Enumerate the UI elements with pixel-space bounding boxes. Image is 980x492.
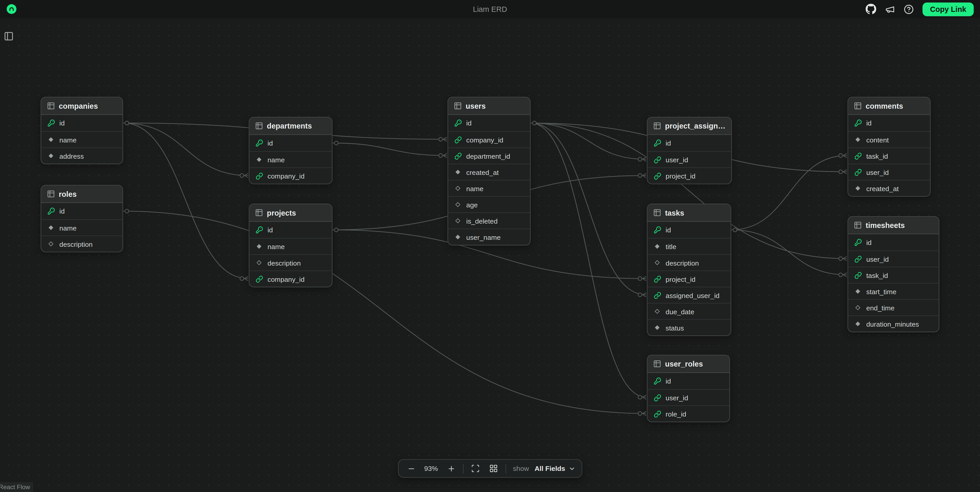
table-row-task_id[interactable]: task_id [848,148,930,163]
table-node-departments[interactable]: departmentsidnamecompany_id [249,117,332,184]
table-row-department_id[interactable]: department_id [448,148,530,163]
github-button[interactable] [865,4,876,14]
table-node-timesheets[interactable]: timesheetsiduser_idtask_idstart_timeend_… [848,216,939,332]
table-row-description[interactable]: description [249,254,332,270]
table-node-tasks[interactable]: tasksidtitledescriptionproject_idassigne… [647,203,731,336]
table-header[interactable]: timesheets [848,217,939,234]
column-name: name [59,136,76,143]
table-node-users[interactable]: usersidcompany_iddepartment_idcreated_at… [447,97,530,246]
table-node-companies[interactable]: companiesidnameaddress [41,97,123,164]
table-row-start_time[interactable]: start_time [848,283,939,299]
table-row-end_time[interactable]: end_time [848,299,939,315]
table-row-project_id[interactable]: project_id [648,270,730,287]
table-row-content[interactable]: content [848,131,930,148]
column-name: name [59,224,76,231]
toolbar-divider [506,463,506,473]
table-row-title[interactable]: title [648,238,730,254]
table-row-company_id[interactable]: company_id [448,131,530,148]
column-name: title [665,243,676,250]
zoom-in-button[interactable] [445,462,457,475]
table-header[interactable]: tasks [648,204,730,222]
table-header[interactable]: projects [249,204,332,222]
table-row-assigned_user_id[interactable]: assigned_user_id [648,287,730,303]
table-row-user_id[interactable]: user_id [648,389,729,405]
table-row-user_id[interactable]: user_id [848,163,930,180]
not-null-diamond-icon [854,137,862,143]
table-row-id[interactable]: id [41,115,123,131]
table-node-project_assignments[interactable]: project_assignmentsiduser_idproject_id [647,117,732,184]
column-name: role_id [665,410,686,417]
table-node-comments[interactable]: commentsidcontenttask_iduser_idcreated_a… [848,97,931,197]
sidebar-toggle-button[interactable] [4,31,14,41]
fit-view-button[interactable] [469,462,482,475]
table-row-duration_minutes[interactable]: duration_minutes [848,315,939,332]
table-row-name[interactable]: name [249,151,332,167]
table-row-status[interactable]: status [648,319,730,335]
column-name: duration_minutes [866,320,919,328]
table-row-description[interactable]: description [41,235,123,252]
table-row-description[interactable]: description [648,254,730,270]
zoom-out-button[interactable] [405,462,417,475]
table-row-id[interactable]: id [249,135,332,151]
table-row-id[interactable]: id [448,115,530,131]
primary-key-icon [453,119,462,127]
table-icon [854,221,862,229]
table-row-user_name[interactable]: user_name [448,229,530,245]
nullable-diamond-icon [453,186,462,191]
primary-key-icon [47,207,55,215]
table-header[interactable]: departments [249,117,332,135]
table-row-name[interactable]: name [249,238,332,254]
column-name: company_id [466,136,503,143]
table-row-due_date[interactable]: due_date [648,303,730,319]
table-row-name[interactable]: name [41,219,123,235]
table-header[interactable]: comments [848,97,930,115]
table-header[interactable]: user_roles [648,356,729,373]
table-node-user_roles[interactable]: user_rolesiduser_idrole_id [647,355,730,422]
table-row-id[interactable]: id [648,135,731,151]
table-row-user_id[interactable]: user_id [648,151,731,167]
table-row-address[interactable]: address [41,148,123,163]
table-row-id[interactable]: id [648,373,729,389]
table-row-name[interactable]: name [448,180,530,196]
column-name: department_id [466,152,511,159]
table-header[interactable]: companies [41,97,123,115]
table-row-role_id[interactable]: role_id [648,405,729,422]
table-icon [854,102,862,110]
table-icon [453,102,462,110]
table-name: departments [267,122,312,130]
primary-key-icon [47,119,55,127]
table-node-roles[interactable]: rolesidnamedescription [41,185,123,252]
tidy-up-button[interactable] [487,462,500,475]
toolbar-divider [463,463,463,473]
table-row-id[interactable]: id [848,115,930,131]
not-null-diamond-icon [653,244,662,249]
table-name: companies [59,102,98,110]
table-row-id[interactable]: id [648,222,730,238]
foreign-key-link-icon [255,275,263,283]
table-node-projects[interactable]: projectsidnamedescriptioncompany_id [249,203,332,287]
github-icon [865,4,876,14]
table-header[interactable]: project_assignments [648,117,731,135]
copy-link-button[interactable]: Copy Link [923,2,974,16]
liam-logo [6,4,17,14]
table-header[interactable]: users [448,97,530,115]
table-row-created_at[interactable]: created_at [448,163,530,180]
table-row-company_id[interactable]: company_id [249,270,332,287]
announcements-button[interactable] [885,4,895,14]
table-row-name[interactable]: name [41,131,123,148]
table-row-task_id[interactable]: task_id [848,267,939,283]
table-row-is_deleted[interactable]: is_deleted [448,212,530,229]
help-button[interactable] [904,4,914,14]
table-row-user_id[interactable]: user_id [848,251,939,267]
table-header[interactable]: roles [41,186,123,203]
table-row-company_id[interactable]: company_id [249,167,332,184]
table-row-id[interactable]: id [848,234,939,251]
react-flow-attribution[interactable]: React Flow [0,482,33,492]
fields-filter-dropdown[interactable]: All Fields [535,465,575,472]
table-row-age[interactable]: age [448,196,530,212]
table-row-project_id[interactable]: project_id [648,167,731,184]
table-row-id[interactable]: id [41,203,123,219]
table-row-created_at[interactable]: created_at [848,180,930,196]
liam-erd-app: companiesidnameaddressrolesidnamedescrip… [0,0,980,492]
table-row-id[interactable]: id [249,222,332,238]
